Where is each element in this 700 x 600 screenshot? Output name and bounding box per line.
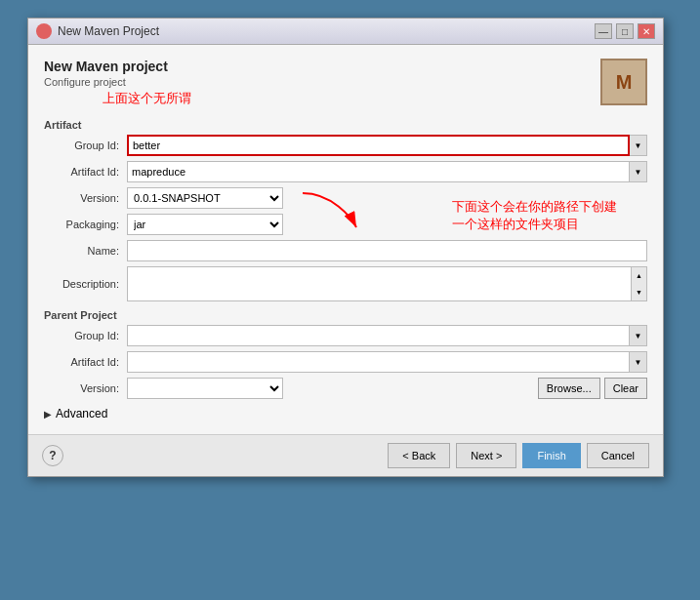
clear-button[interactable]: Clear (604, 378, 647, 399)
finish-button[interactable]: Finish (522, 443, 580, 468)
cancel-button[interactable]: Cancel (587, 443, 649, 468)
parent-artifact-id-dropdown[interactable]: ▼ (630, 351, 647, 373)
scroll-up-btn[interactable]: ▲ (632, 267, 646, 284)
red-arrow-icon (293, 188, 371, 237)
parent-project-section: Parent Project Group Id: ▼ Artifact Id: … (44, 309, 647, 399)
artifact-id-dropdown[interactable]: ▼ (630, 161, 647, 182)
artifact-id-label: Artifact Id: (44, 166, 127, 178)
parent-group-id-label: Group Id: (44, 330, 127, 341)
name-row: Name: (44, 240, 647, 261)
parent-group-id-row: Group Id: ▼ (44, 325, 647, 346)
artifact-id-row: Artifact Id: ▼ (44, 161, 647, 182)
title-bar-left: New Maven Project (36, 23, 159, 39)
advanced-triangle-icon: ▶ (44, 409, 52, 420)
group-id-row: Group Id: ▼ (44, 135, 647, 156)
dialog-heading: New Maven project (44, 59, 191, 74)
parent-artifact-id-label: Artifact Id: (44, 356, 127, 368)
dialog-title-text: New Maven Project (58, 24, 159, 38)
description-row: Description: ▲ ▼ (44, 266, 647, 301)
parent-group-id-input[interactable] (127, 325, 630, 346)
artifact-section-label: Artifact (44, 119, 647, 131)
group-id-dropdown[interactable]: ▼ (630, 135, 647, 156)
annotation-top: 上面这个无所谓 (103, 90, 191, 107)
packaging-select[interactable]: jar war pom (127, 214, 283, 235)
name-input[interactable] (127, 240, 647, 261)
scroll-down-btn[interactable]: ▼ (632, 284, 646, 300)
dialog-subheading: Configure project (44, 76, 191, 88)
packaging-label: Packaging: (44, 219, 127, 230)
annotation-bottom: 下面这个会在你的路径下创建一个这样的文件夹项目 (452, 198, 628, 233)
description-label: Description: (44, 278, 127, 290)
dialog-footer: ? < Back Next > Finish Cancel (28, 434, 663, 476)
maximize-button[interactable]: □ (616, 23, 634, 39)
parent-section-label: Parent Project (44, 309, 647, 321)
parent-version-select[interactable] (127, 378, 283, 399)
parent-version-label: Version: (44, 382, 127, 394)
title-bar: New Maven Project — □ ✕ (28, 19, 663, 45)
description-textarea[interactable] (127, 266, 632, 301)
maven-logo: M (600, 59, 647, 105)
version-row: Version: 0.0.1-SNAPSHOT 下面这个会在你的路径下创建一个这… (44, 187, 647, 209)
version-label: Version: (44, 192, 127, 204)
title-controls: — □ ✕ (595, 23, 655, 39)
next-button[interactable]: Next > (456, 443, 516, 468)
name-label: Name: (44, 245, 127, 257)
new-maven-project-dialog: New Maven Project — □ ✕ New Maven projec… (27, 18, 664, 477)
parent-group-id-dropdown[interactable]: ▼ (630, 325, 647, 346)
group-id-input[interactable] (127, 135, 630, 156)
dialog-header: New Maven project Configure project 上面这个… (44, 59, 647, 113)
advanced-row[interactable]: ▶ Advanced (44, 407, 647, 420)
parent-artifact-id-row: Artifact Id: ▼ (44, 351, 647, 373)
description-scrollbar: ▲ ▼ (632, 266, 647, 301)
advanced-label: Advanced (56, 407, 107, 420)
help-button[interactable]: ? (42, 445, 63, 466)
maven-title-icon (36, 23, 52, 39)
artifact-id-input[interactable] (127, 161, 630, 182)
version-select[interactable]: 0.0.1-SNAPSHOT (127, 187, 283, 209)
browse-button[interactable]: Browse... (538, 378, 600, 399)
footer-left: ? (42, 445, 63, 466)
close-button[interactable]: ✕ (638, 23, 655, 39)
minimize-button[interactable]: — (595, 23, 612, 39)
parent-version-row: Version: Browse... Clear (44, 378, 647, 399)
parent-artifact-id-input[interactable] (127, 351, 630, 373)
dialog-header-text: New Maven project Configure project 上面这个… (44, 59, 191, 113)
group-id-label: Group Id: (44, 140, 127, 151)
footer-right: < Back Next > Finish Cancel (388, 443, 649, 468)
back-button[interactable]: < Back (388, 443, 450, 468)
dialog-body: New Maven project Configure project 上面这个… (28, 45, 663, 434)
description-field-area: ▲ ▼ (127, 266, 647, 301)
